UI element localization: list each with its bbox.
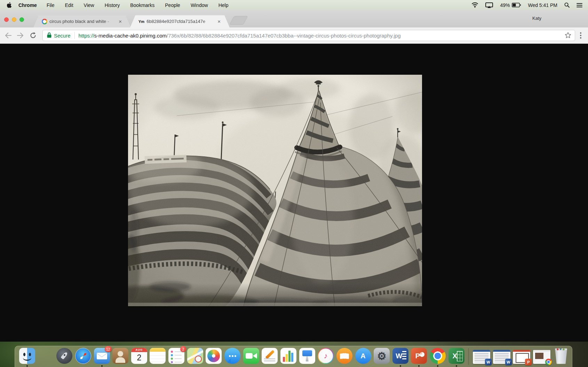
tab-circus-photo-search[interactable]: circus photo black and white - × bbox=[33, 15, 131, 27]
siri-icon bbox=[38, 348, 54, 364]
dock-item-contacts[interactable] bbox=[112, 348, 128, 367]
pages-icon bbox=[262, 348, 278, 364]
forward-button[interactable] bbox=[15, 30, 26, 41]
dock-item-facetime[interactable] bbox=[243, 348, 259, 367]
word-icon: W bbox=[392, 348, 408, 364]
dock-item-keynote[interactable] bbox=[299, 348, 315, 367]
facetime-icon bbox=[243, 348, 259, 364]
notification-badge: 12 bbox=[105, 346, 112, 352]
finder-icon bbox=[19, 348, 35, 364]
dock-item-minimized-chrome-window[interactable] bbox=[533, 348, 550, 367]
menu-window[interactable]: Window bbox=[191, 2, 208, 8]
dock-item-maps[interactable] bbox=[187, 348, 203, 367]
chrome-icon bbox=[430, 348, 446, 364]
dock-separator bbox=[468, 348, 469, 365]
tab-strip: circus photo black and white - × Ym 6b82… bbox=[0, 10, 588, 27]
desktop-wallpaper: 12AUG22♪A⚙WPXWWP bbox=[0, 342, 588, 367]
messages-icon bbox=[224, 348, 240, 364]
menu-file[interactable]: File bbox=[47, 2, 55, 8]
sysprefs-icon: ⚙ bbox=[374, 348, 390, 364]
minimized-chrome-window-thumbnail bbox=[533, 350, 550, 364]
battery-icon bbox=[512, 3, 521, 7]
tab-title: 6b82884e9207cfda715a147e bbox=[146, 19, 215, 24]
dock-item-numbers[interactable] bbox=[280, 348, 296, 367]
url-path: /736x/6b/82/88/6b82884e9207cfda715a147e0… bbox=[167, 33, 401, 39]
dock-item-messages[interactable] bbox=[224, 348, 240, 367]
menubar-status: 49% Wed 5:41 PM bbox=[471, 2, 588, 8]
dock-item-calendar[interactable]: AUG2 bbox=[131, 348, 147, 367]
menu-bookmarks[interactable]: Bookmarks bbox=[130, 2, 154, 8]
dock-item-minimized-word-doc-1[interactable]: W bbox=[473, 348, 490, 367]
secure-label[interactable]: Secure bbox=[54, 33, 71, 39]
running-indicator bbox=[437, 365, 438, 367]
dock-item-minimized-powerpoint-presentation[interactable]: P bbox=[513, 348, 530, 367]
tab-close-icon[interactable]: × bbox=[217, 18, 221, 25]
airplay-display-icon[interactable] bbox=[485, 2, 493, 8]
menu-history[interactable]: History bbox=[105, 2, 120, 8]
menu-help[interactable]: Help bbox=[218, 2, 229, 8]
powerpoint-icon: P bbox=[411, 348, 427, 364]
new-tab-button[interactable] bbox=[229, 16, 248, 25]
dock-item-sysprefs[interactable]: ⚙ bbox=[374, 348, 390, 367]
appstore-icon: A bbox=[355, 348, 371, 364]
contacts-icon bbox=[112, 348, 128, 364]
running-indicator bbox=[418, 365, 420, 367]
calendar-month-label: AUG bbox=[131, 348, 147, 352]
dock-item-itunes[interactable]: ♪ bbox=[318, 348, 334, 367]
running-indicator bbox=[26, 365, 28, 367]
dock-item-powerpoint[interactable]: P bbox=[411, 348, 427, 367]
apple-menu-icon[interactable] bbox=[7, 2, 12, 8]
menubar-menus: FileEditViewHistoryBookmarksPeopleWindow… bbox=[47, 2, 229, 8]
url-host: s-media-cache-ak0.pinimg.com bbox=[94, 33, 167, 39]
minimize-window-button[interactable] bbox=[12, 17, 16, 22]
menu-people[interactable]: People bbox=[165, 2, 180, 8]
dock-item-ibooks[interactable] bbox=[336, 348, 352, 367]
zoom-window-button[interactable] bbox=[19, 17, 24, 22]
page-content bbox=[0, 44, 588, 342]
dock-item-chrome[interactable] bbox=[430, 348, 446, 367]
notification-badge: 2 bbox=[180, 346, 186, 352]
dock-item-reminders[interactable]: 2 bbox=[168, 348, 184, 367]
minimized-word-doc-1-thumbnail: W bbox=[473, 350, 490, 364]
profile-name[interactable]: Katy bbox=[532, 16, 541, 21]
dock-item-pages[interactable] bbox=[262, 348, 278, 367]
dock-item-excel[interactable]: X bbox=[448, 348, 464, 367]
close-window-button[interactable] bbox=[4, 17, 9, 22]
safari-icon bbox=[75, 348, 91, 364]
url-text[interactable]: https://s-media-cache-ak0.pinimg.com/736… bbox=[79, 33, 562, 39]
dock-item-launchpad[interactable] bbox=[56, 348, 72, 367]
dock-item-finder[interactable] bbox=[19, 348, 35, 367]
active-app-name[interactable]: Chrome bbox=[18, 2, 37, 8]
dock-item-photos[interactable] bbox=[206, 348, 222, 367]
menu-edit[interactable]: Edit bbox=[65, 2, 73, 8]
bookmark-star-icon[interactable] bbox=[565, 32, 571, 39]
dock-item-minimized-word-doc-2[interactable]: W bbox=[493, 348, 510, 367]
ibooks-icon bbox=[336, 348, 352, 364]
dock-item-siri[interactable] bbox=[38, 348, 54, 367]
dock-item-notes[interactable] bbox=[150, 348, 166, 367]
notification-center-icon[interactable] bbox=[577, 3, 582, 8]
tab-image-active[interactable]: Ym 6b82884e9207cfda715a147e × bbox=[130, 15, 230, 27]
address-bar[interactable]: Secure https://s-media-cache-ak0.pinimg.… bbox=[42, 30, 575, 41]
dock: 12AUG22♪A⚙WPXWWP bbox=[15, 346, 572, 367]
dock-items: 12AUG22♪A⚙WPXWWP bbox=[15, 346, 572, 367]
menubar-clock[interactable]: Wed 5:41 PM bbox=[528, 2, 557, 8]
battery-percent: 49% bbox=[500, 2, 510, 8]
spotlight-search-icon[interactable] bbox=[564, 2, 570, 8]
calendar-day-label: 2 bbox=[131, 352, 147, 364]
back-button[interactable] bbox=[3, 30, 13, 41]
dock-item-mail[interactable]: 12 bbox=[94, 348, 110, 367]
dock-item-safari[interactable] bbox=[75, 348, 91, 367]
chrome-mini-icon bbox=[545, 359, 552, 365]
tab-close-icon[interactable]: × bbox=[118, 18, 122, 25]
running-indicator bbox=[456, 365, 457, 367]
chrome-menu-icon[interactable] bbox=[577, 30, 584, 41]
dock-item-word[interactable]: W bbox=[392, 348, 408, 367]
ym-favicon-icon: Ym bbox=[138, 19, 144, 24]
wifi-icon[interactable] bbox=[471, 2, 478, 8]
dock-item-appstore[interactable]: A bbox=[355, 348, 371, 367]
menu-view[interactable]: View bbox=[84, 2, 94, 8]
notes-icon bbox=[150, 348, 166, 364]
reload-button[interactable] bbox=[28, 30, 38, 41]
dock-item-trash[interactable] bbox=[553, 348, 568, 367]
